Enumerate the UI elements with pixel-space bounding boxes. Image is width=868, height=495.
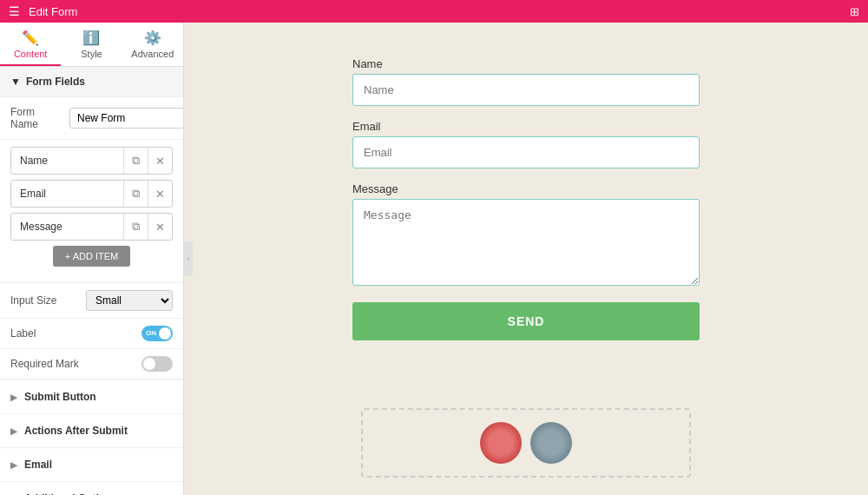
field-list: Name ⧉ ✕ Email ⧉ ✕ Message ⧉ ✕ [0, 140, 183, 283]
sidebar: ✏️ Content ℹ️ Style ⚙️ Advanced ▼ Form F… [0, 23, 184, 495]
form-preview: Name Email Message SEND [352, 57, 700, 340]
label-toggle-on-text: ON [146, 329, 156, 337]
header: ☰ Edit Form ⊞ [0, 0, 868, 23]
tab-style-label: Style [81, 49, 102, 59]
sidebar-content: ▼ Form Fields Form Name Name ⧉ ✕ [0, 67, 183, 495]
input-size-label: Input Size [10, 294, 86, 307]
additional-options-section: ▶ Additional Options [0, 481, 183, 495]
tab-style[interactable]: ℹ️ Style [61, 23, 122, 66]
hamburger-icon[interactable]: ☰ [9, 4, 20, 18]
field-email-label: Email [11, 188, 123, 200]
advanced-icon: ⚙️ [144, 30, 161, 46]
actions-after-submit-section: ▶ Actions After Submit [0, 413, 183, 447]
label-toggle-thumb [159, 327, 171, 340]
avatar-2 [530, 422, 572, 464]
required-mark-toggle-thumb [143, 358, 155, 370]
preview-message-label: Message [352, 182, 700, 195]
required-mark-row: Required Mark [0, 349, 183, 380]
form-name-row: Form Name [0, 97, 183, 140]
input-size-row: Input Size Small Medium Large [0, 283, 183, 319]
tab-content[interactable]: ✏️ Content [0, 23, 61, 66]
label-option-label: Label [10, 327, 141, 340]
content-icon: ✏️ [22, 30, 39, 46]
preview-email-group: Email [352, 120, 700, 168]
preview-message-textarea[interactable] [352, 199, 700, 286]
form-fields-section-header: ▼ Form Fields [0, 67, 183, 97]
field-item-email: Email ⧉ ✕ [10, 180, 173, 208]
field-name-label: Name [11, 155, 123, 167]
form-fields-label: Form Fields [26, 76, 85, 88]
add-item-button[interactable]: + ADD ITEM [53, 246, 130, 267]
field-item-message: Message ⧉ ✕ [10, 213, 173, 241]
submit-button-header[interactable]: ▶ Submit Button [0, 380, 183, 413]
field-item-name: Name ⧉ ✕ [10, 147, 173, 175]
label-toggle[interactable]: ON [141, 326, 173, 341]
collapse-arrow-icon[interactable]: ▼ [10, 76, 21, 88]
additional-options-header[interactable]: ▶ Additional Options [0, 482, 183, 495]
field-message-label: Message [11, 221, 123, 233]
field-email-delete-btn[interactable]: ✕ [148, 181, 172, 207]
actions-chevron: ▶ [10, 426, 17, 436]
field-message-delete-btn[interactable]: ✕ [148, 214, 172, 240]
canvas-area: Name Email Message SEND [184, 23, 868, 495]
preview-email-label: Email [352, 120, 700, 133]
style-icon: ℹ️ [82, 30, 100, 46]
tab-advanced-label: Advanced [131, 49, 174, 59]
field-name-duplicate-btn[interactable]: ⧉ [123, 148, 148, 174]
email-chevron: ▶ [10, 460, 17, 470]
submit-button-chevron: ▶ [10, 393, 17, 402]
main-layout: ✏️ Content ℹ️ Style ⚙️ Advanced ▼ Form F… [0, 23, 868, 495]
tabs-bar: ✏️ Content ℹ️ Style ⚙️ Advanced [0, 23, 183, 67]
send-button[interactable]: SEND [352, 302, 700, 340]
grid-icon[interactable]: ⊞ [850, 5, 859, 18]
preview-name-group: Name [352, 57, 700, 106]
tab-content-label: Content [14, 49, 48, 59]
input-size-select[interactable]: Small Medium Large [86, 290, 173, 311]
form-name-input[interactable] [69, 108, 184, 129]
email-section: ▶ Email [0, 447, 183, 481]
tab-advanced[interactable]: ⚙️ Advanced [122, 23, 183, 66]
required-mark-toggle[interactable] [141, 356, 173, 372]
field-message-duplicate-btn[interactable]: ⧉ [123, 214, 148, 240]
field-email-duplicate-btn[interactable]: ⧉ [123, 181, 148, 207]
bottom-dashed-section [361, 408, 691, 478]
actions-label: Actions After Submit [24, 425, 128, 437]
preview-message-group: Message [352, 182, 700, 288]
sidebar-collapse-handle[interactable]: ‹ [184, 241, 193, 276]
form-name-label: Form Name [10, 106, 62, 130]
preview-name-input[interactable] [352, 74, 700, 106]
sidebar-wrapper: ✏️ Content ℹ️ Style ⚙️ Advanced ▼ Form F… [0, 23, 184, 495]
submit-button-label: Submit Button [24, 391, 96, 403]
field-name-delete-btn[interactable]: ✕ [148, 148, 172, 174]
required-mark-label: Required Mark [10, 358, 141, 370]
preview-name-label: Name [352, 57, 700, 70]
email-section-header[interactable]: ▶ Email [0, 448, 183, 481]
email-label: Email [24, 459, 52, 471]
actions-after-submit-header[interactable]: ▶ Actions After Submit [0, 414, 183, 447]
submit-button-section: ▶ Submit Button [0, 380, 183, 413]
header-title: Edit Form [29, 5, 77, 18]
preview-email-input[interactable] [352, 136, 700, 168]
add-item-label: + ADD ITEM [65, 251, 118, 261]
label-toggle-row: Label ON [0, 319, 183, 349]
avatar-1 [480, 422, 522, 464]
